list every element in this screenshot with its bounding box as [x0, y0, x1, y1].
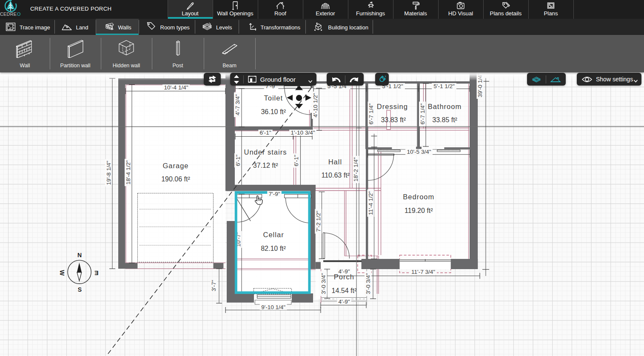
svg-text:O: O — [17, 11, 20, 17]
svg-text:37.12 ft²: 37.12 ft² — [253, 162, 278, 169]
svg-text:Dressing: Dressing — [377, 103, 408, 110]
svg-text:11'-4 1/2": 11'-4 1/2" — [368, 191, 374, 215]
svg-text:Under stairs: Under stairs — [244, 148, 287, 156]
svg-text:5'-1 1/2": 5'-1 1/2" — [433, 83, 455, 89]
svg-text:9'-10 1/4": 9'-10 1/4" — [261, 304, 285, 310]
svg-text:14.54 ft²: 14.54 ft² — [332, 287, 357, 294]
svg-text:7'-2 1/2": 7'-2 1/2" — [315, 211, 322, 232]
svg-text:6'-1": 6'-1" — [235, 155, 241, 166]
svg-text:36.10 ft²: 36.10 ft² — [261, 108, 286, 115]
svg-text:10'-4 1/4": 10'-4 1/4" — [164, 84, 188, 91]
svg-text:Bathroom: Bathroom — [428, 103, 462, 110]
svg-text:33.85 ft²: 33.85 ft² — [432, 116, 457, 123]
svg-text:110.63 ft²: 110.63 ft² — [321, 172, 350, 179]
svg-text:S: S — [78, 286, 82, 293]
svg-text:6'-1": 6'-1" — [260, 129, 271, 136]
svg-text:119.20 ft²: 119.20 ft² — [405, 207, 433, 214]
svg-text:82.10 ft²: 82.10 ft² — [261, 245, 286, 252]
svg-text:3'-0 3/4": 3'-0 3/4" — [365, 273, 371, 294]
svg-text:6'-1": 6'-1" — [293, 155, 299, 166]
svg-text:4'-9": 4'-9" — [339, 299, 350, 305]
svg-text:E: E — [94, 270, 98, 276]
svg-text:3'-0 3/4": 3'-0 3/4" — [320, 273, 327, 294]
svg-text:4'-10 1/2": 4'-10 1/2" — [312, 93, 319, 117]
svg-text:10'-5 3/4": 10'-5 3/4" — [407, 149, 431, 155]
svg-text:3'-7": 3'-7" — [211, 280, 217, 291]
svg-text:1'-10 3/4": 1'-10 3/4" — [291, 129, 315, 136]
svg-text:6'-7 1/4": 6'-7 1/4" — [368, 103, 374, 125]
svg-text:11'-7 3/4": 11'-7 3/4" — [411, 269, 435, 275]
svg-text:19'-8 1/4": 19'-8 1/4" — [105, 161, 112, 185]
svg-text:33.83 ft²: 33.83 ft² — [381, 116, 406, 123]
svg-text:190.06 ft²: 190.06 ft² — [161, 175, 190, 183]
svg-text:18'-2 1/4": 18'-2 1/4" — [353, 157, 359, 181]
svg-text:Bedroom: Bedroom — [403, 193, 434, 201]
svg-text:Porch: Porch — [334, 273, 354, 281]
svg-text:Cellar: Cellar — [263, 231, 284, 238]
svg-text:Garage: Garage — [162, 162, 188, 169]
svg-text:CEDRE: CEDRE — [0, 11, 17, 17]
svg-text:Hall: Hall — [328, 158, 342, 166]
svg-text:4'-7 3/4": 4'-7 3/4" — [234, 94, 241, 115]
svg-text:W: W — [59, 270, 66, 276]
svg-text:7'-9": 7'-9" — [269, 191, 280, 197]
svg-text:6'-7 1/4": 6'-7 1/4" — [419, 103, 426, 125]
svg-text:18'-4 1/2": 18'-4 1/2" — [125, 160, 131, 184]
svg-text:N: N — [77, 252, 82, 258]
svg-text:Toilet: Toilet — [264, 94, 283, 102]
